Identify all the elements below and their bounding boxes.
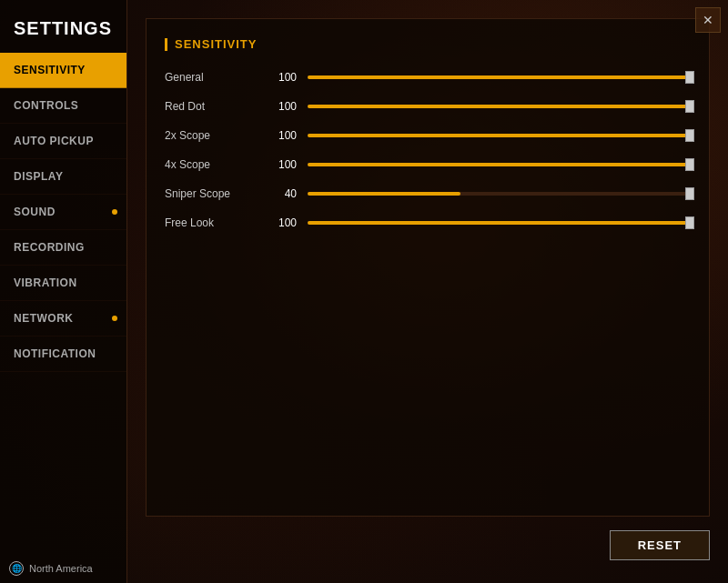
notification-dot: [112, 209, 117, 215]
sidebar-item-auto-pickup[interactable]: AUTO PICKUP: [0, 124, 126, 159]
slider-label: 4x Scope: [165, 158, 265, 171]
sidebar-item-display[interactable]: DISPLAY: [0, 159, 126, 195]
slider-track: [308, 192, 691, 196]
slider-fill: [308, 134, 691, 137]
sidebar-title: SETTINGS: [0, 0, 126, 53]
slider-track-container[interactable]: [308, 215, 691, 231]
globe-icon: 🌐: [9, 561, 24, 576]
slider-thumb[interactable]: [685, 129, 694, 142]
slider-fill: [308, 221, 691, 225]
notification-dot-network: [112, 316, 117, 321]
slider-value: 100: [265, 216, 297, 229]
slider-fill: [308, 75, 691, 79]
settings-panel: SENSITIVITY General 100 Red Dot 100: [146, 18, 710, 517]
sidebar-item-network[interactable]: NETWORK: [0, 301, 126, 337]
region-label: North America: [29, 563, 93, 574]
slider-track: [308, 163, 691, 166]
sidebar-item-label: NOTIFICATION: [14, 347, 96, 360]
slider-thumb[interactable]: [685, 216, 694, 229]
sidebar-item-label: SENSITIVITY: [14, 64, 86, 76]
slider-value: 100: [265, 158, 297, 171]
slider-track-container[interactable]: [308, 186, 691, 202]
sidebar-item-label: RECORDING: [14, 241, 85, 254]
sidebar-item-label: DISPLAY: [14, 170, 63, 183]
slider-track: [308, 75, 691, 79]
bottom-bar: RESET: [146, 530, 710, 565]
slider-fill: [308, 163, 691, 166]
reset-button[interactable]: RESET: [610, 530, 710, 560]
slider-row: Red Dot 100: [165, 98, 691, 115]
sliders-container: General 100 Red Dot 100 2x Scope: [165, 69, 691, 231]
slider-row: 2x Scope 100: [165, 127, 691, 144]
slider-label: Sniper Scope: [165, 187, 265, 200]
slider-value: 100: [265, 71, 297, 84]
slider-row: General 100: [165, 69, 691, 85]
sidebar-item-label: CONTROLS: [14, 99, 78, 112]
slider-label: Free Look: [165, 216, 265, 229]
slider-label: 2x Scope: [165, 129, 265, 142]
sidebar-item-recording[interactable]: RECORDING: [0, 230, 126, 266]
slider-thumb[interactable]: [685, 71, 694, 84]
sidebar-item-vibration[interactable]: VIBRATION: [0, 266, 126, 301]
slider-track-container[interactable]: [308, 98, 691, 115]
sidebar-item-controls[interactable]: CONTROLS: [0, 88, 126, 124]
slider-thumb[interactable]: [685, 187, 694, 200]
sidebar-item-label: AUTO PICKUP: [14, 135, 94, 147]
sidebar-item-label: VIBRATION: [14, 276, 77, 289]
slider-track-container[interactable]: [308, 127, 691, 144]
slider-track: [308, 134, 691, 137]
sidebar-item-label: SOUND: [14, 206, 56, 218]
sidebar-item-sensitivity[interactable]: SENSITIVITY: [0, 53, 126, 88]
sidebar-item-sound[interactable]: SOUND: [0, 195, 126, 230]
slider-track: [308, 105, 691, 108]
slider-value: 100: [265, 100, 297, 113]
sidebar: SETTINGS SENSITIVITY CONTROLS AUTO PICKU…: [0, 0, 127, 583]
slider-thumb[interactable]: [685, 158, 694, 171]
main-content: SENSITIVITY General 100 Red Dot 100: [127, 0, 728, 583]
section-title: SENSITIVITY: [165, 37, 691, 51]
slider-track: [308, 221, 691, 225]
slider-row: Free Look 100: [165, 215, 691, 231]
slider-label: Red Dot: [165, 100, 265, 113]
slider-row: Sniper Scope 40: [165, 186, 691, 202]
sidebar-item-label: NETWORK: [14, 312, 74, 325]
slider-track-container[interactable]: [308, 69, 691, 85]
slider-row: 4x Scope 100: [165, 156, 691, 173]
close-button[interactable]: ✕: [695, 7, 721, 33]
sidebar-item-notification[interactable]: NOTIFICATION: [0, 337, 126, 372]
footer: 🌐 North America: [9, 561, 93, 576]
slider-track-container[interactable]: [308, 156, 691, 173]
slider-value: 100: [265, 129, 297, 142]
slider-thumb[interactable]: [685, 100, 694, 113]
slider-fill: [308, 192, 460, 196]
slider-value: 40: [265, 187, 297, 200]
slider-label: General: [165, 71, 265, 84]
slider-fill: [308, 105, 691, 108]
main-container: ✕ SETTINGS SENSITIVITY CONTROLS AUTO PIC…: [0, 0, 728, 583]
